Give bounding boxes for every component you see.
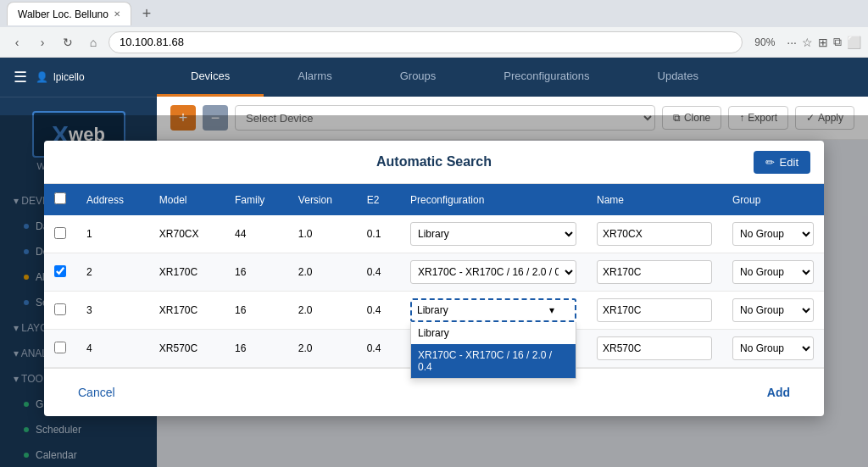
username: lpicello bbox=[53, 71, 85, 83]
col-group: Group bbox=[722, 184, 824, 215]
cell-model: XR170C bbox=[149, 292, 225, 330]
col-e2: E2 bbox=[357, 184, 400, 215]
table-row: 2 XR170C 16 2.0 0.4 Library XR170C - XR1… bbox=[44, 253, 824, 292]
sidebar-header: ☰ 👤 lpicello bbox=[0, 58, 157, 97]
select-all-checkbox[interactable] bbox=[54, 192, 66, 204]
group-select-1[interactable]: No Group bbox=[732, 222, 814, 246]
dropdown-value-3: Library bbox=[417, 304, 448, 316]
zoom-level: 90% bbox=[748, 36, 782, 48]
hamburger-icon[interactable]: ☰ bbox=[14, 68, 27, 86]
results-table: Address Model Family Version E2 Preconfi… bbox=[44, 184, 824, 368]
modal-header: Automatic Search ✏ Edit bbox=[44, 141, 824, 184]
tab-alarms[interactable]: Alarms bbox=[264, 58, 365, 97]
group-select-4[interactable]: No Group bbox=[732, 336, 814, 360]
row-checkbox[interactable] bbox=[54, 303, 66, 315]
window-icon[interactable]: ⬜ bbox=[847, 36, 861, 49]
cell-version: 1.0 bbox=[288, 215, 357, 253]
cancel-button[interactable]: Cancel bbox=[61, 381, 132, 404]
dropdown-item-library[interactable]: Library bbox=[411, 322, 576, 344]
col-address: Address bbox=[76, 184, 149, 215]
cell-version: 2.0 bbox=[288, 330, 357, 368]
cell-e2: 0.1 bbox=[357, 215, 400, 253]
reader-icon[interactable]: ⊞ bbox=[818, 36, 828, 49]
name-input-3[interactable] bbox=[597, 298, 712, 322]
modal-overlay: Automatic Search ✏ Edit Address Model Fa… bbox=[0, 115, 868, 467]
table-row: 1 XR70CX 44 1.0 0.1 Library XR70CX - XR7… bbox=[44, 215, 824, 253]
tab-bar: Walber Loc. Belluno ✕ + bbox=[0, 0, 868, 27]
add-button[interactable]: Add bbox=[750, 381, 807, 404]
top-nav-tabs: Devices Alarms Groups Preconfigurations … bbox=[157, 58, 868, 97]
cell-family: 16 bbox=[225, 330, 288, 368]
cell-family: 44 bbox=[225, 215, 288, 253]
cell-address: 1 bbox=[76, 215, 149, 253]
row-checkbox[interactable] bbox=[54, 227, 66, 239]
back-button[interactable]: ‹ bbox=[7, 32, 27, 53]
cell-model: XR570C bbox=[149, 330, 225, 368]
bookmark-icon[interactable]: ☆ bbox=[802, 36, 813, 49]
home-button[interactable]: ⌂ bbox=[83, 32, 103, 53]
cell-address: 2 bbox=[76, 253, 149, 292]
dropdown-menu-3: Library XR170C - XR170C / 16 / 2.0 / 0.4 bbox=[410, 322, 576, 379]
cell-version: 2.0 bbox=[288, 253, 357, 292]
cell-e2: 0.4 bbox=[357, 330, 400, 368]
edit-label: Edit bbox=[780, 156, 798, 169]
name-input-4[interactable] bbox=[597, 336, 712, 360]
col-preconfiguration: Preconfiguration bbox=[400, 184, 587, 215]
group-select-2[interactable]: No Group bbox=[732, 260, 814, 284]
dropdown-trigger-3[interactable]: Library ▾ bbox=[410, 298, 576, 322]
nav-icons: ··· ☆ ⊞ ⧉ ⬜ bbox=[787, 35, 861, 49]
cell-address: 4 bbox=[76, 330, 149, 368]
more-icon[interactable]: ··· bbox=[787, 36, 797, 49]
pencil-icon: ✏ bbox=[765, 156, 775, 169]
cell-family: 16 bbox=[225, 292, 288, 330]
cell-model: XR70CX bbox=[149, 215, 225, 253]
col-model: Model bbox=[149, 184, 225, 215]
tab-title: Walber Loc. Belluno bbox=[18, 8, 108, 20]
user-info: 👤 lpicello bbox=[36, 71, 85, 83]
cell-e2: 0.4 bbox=[357, 292, 400, 330]
row-checkbox[interactable] bbox=[54, 265, 66, 277]
chevron-down-icon: ▾ bbox=[549, 304, 554, 316]
modal-dialog: Automatic Search ✏ Edit Address Model Fa… bbox=[44, 141, 824, 416]
reload-button[interactable]: ↻ bbox=[58, 32, 78, 53]
browser-chrome: Walber Loc. Belluno ✕ + ‹ › ↻ ⌂ 90% ··· … bbox=[0, 0, 868, 58]
tab-updates[interactable]: Updates bbox=[624, 58, 732, 97]
tab-groups[interactable]: Groups bbox=[366, 58, 470, 97]
preconfiguration-select-1[interactable]: Library XR70CX - XR70CX / 44 / 1.0 / 0.1 bbox=[410, 222, 576, 246]
tab-preconfigurations[interactable]: Preconfigurations bbox=[470, 58, 623, 97]
name-input-2[interactable] bbox=[597, 260, 712, 284]
address-bar[interactable] bbox=[108, 31, 743, 53]
cell-family: 16 bbox=[225, 253, 288, 292]
edit-button[interactable]: ✏ Edit bbox=[754, 151, 810, 174]
table-row: 3 XR170C 16 2.0 0.4 Library ▾ bbox=[44, 292, 824, 330]
user-icon: 👤 bbox=[36, 71, 48, 83]
preconfiguration-dropdown-3[interactable]: Library ▾ Library XR170C - XR170C / 16 /… bbox=[410, 298, 576, 322]
col-name: Name bbox=[587, 184, 722, 215]
row-checkbox[interactable] bbox=[54, 342, 66, 353]
name-input-1[interactable] bbox=[597, 222, 712, 246]
col-family: Family bbox=[225, 184, 288, 215]
cell-e2: 0.4 bbox=[357, 253, 400, 292]
preconfiguration-select-2[interactable]: Library XR170C - XR170C / 16 / 2.0 / 0.4 bbox=[410, 260, 576, 284]
modal-title: Automatic Search bbox=[376, 154, 492, 170]
cell-model: XR170C bbox=[149, 253, 225, 292]
active-tab[interactable]: Walber Loc. Belluno ✕ bbox=[7, 2, 131, 25]
tab-devices[interactable]: Devices bbox=[157, 58, 264, 97]
col-version: Version bbox=[288, 184, 357, 215]
app-layout: ☰ 👤 lpicello X web Walber Loc. Belluno ▾… bbox=[0, 58, 868, 467]
dropdown-item-xr170c[interactable]: XR170C - XR170C / 16 / 2.0 / 0.4 bbox=[411, 344, 576, 378]
tab-close-icon[interactable]: ✕ bbox=[114, 9, 120, 19]
sidebar-toggle-icon[interactable]: ⧉ bbox=[833, 35, 842, 49]
forward-button[interactable]: › bbox=[32, 32, 53, 53]
cell-version: 2.0 bbox=[288, 292, 357, 330]
new-tab-button[interactable]: + bbox=[135, 2, 159, 25]
nav-bar: ‹ › ↻ ⌂ 90% ··· ☆ ⊞ ⧉ ⬜ bbox=[0, 27, 868, 58]
cell-address: 3 bbox=[76, 292, 149, 330]
group-select-3[interactable]: No Group bbox=[732, 298, 814, 322]
